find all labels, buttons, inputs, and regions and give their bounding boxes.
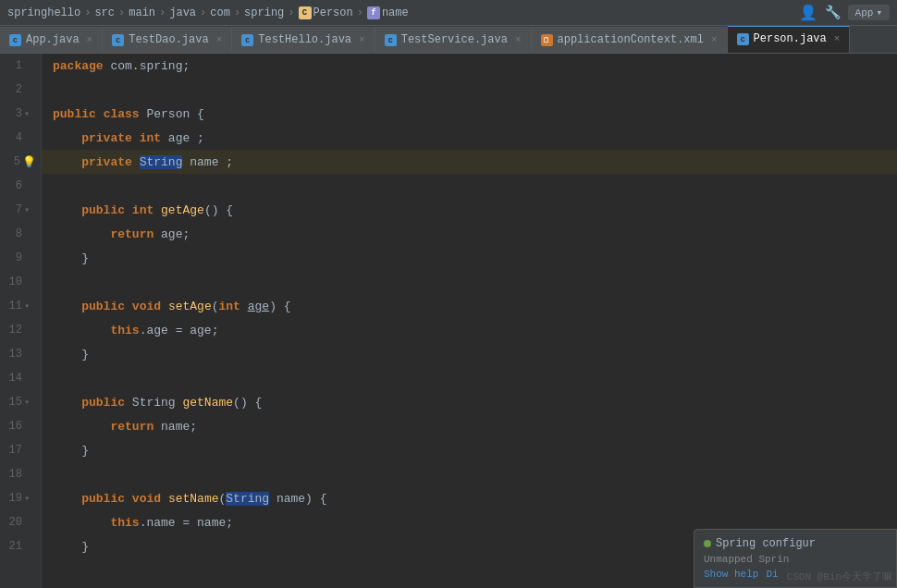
line-number-19: 19 xyxy=(0,492,22,505)
breadcrumb-src[interactable]: src xyxy=(94,6,115,19)
keyword-return-8: return xyxy=(110,227,154,241)
app-button[interactable]: App ▾ xyxy=(848,5,890,20)
keyword-public-19: public xyxy=(81,492,125,506)
keyword-int-11: int xyxy=(219,300,240,313)
dismiss-link[interactable]: Di xyxy=(766,569,778,580)
tab-testservice-close[interactable]: × xyxy=(515,34,522,45)
breadcrumb-field[interactable]: f name xyxy=(367,6,409,19)
tab-testhello-java[interactable]: C TestHello.java × xyxy=(232,27,375,53)
tab-testhello-close[interactable]: × xyxy=(359,34,365,45)
code-line-18 xyxy=(42,462,897,486)
tab-app-java-label: App.java xyxy=(26,33,80,46)
gutter-row-7: 7 ▾ xyxy=(0,198,41,222)
breadcrumb-src-label: src xyxy=(94,6,115,19)
code-line-3: public class Person { xyxy=(42,102,897,126)
breadcrumb: springhello › src › main › java › com › … xyxy=(7,6,799,19)
breadcrumb-main[interactable]: main xyxy=(129,6,155,19)
breadcrumb-java-label: java xyxy=(169,6,196,19)
fold-icon-3[interactable]: ▾ xyxy=(24,108,33,119)
line-number-3: 3 xyxy=(0,107,22,120)
code-line-17: } xyxy=(42,438,897,462)
user-icon[interactable]: 👤 xyxy=(799,4,817,22)
tab-testdao-close[interactable]: × xyxy=(216,34,223,45)
breadcrumb-spring[interactable]: spring xyxy=(244,6,284,19)
gutter-row-1: 1 xyxy=(0,54,41,78)
keyword-private-4: private xyxy=(81,131,132,145)
tab-testdao-java-label: TestDao.java xyxy=(129,33,208,46)
tab-person-java[interactable]: C Person.java × xyxy=(728,26,851,53)
fold-icon-15[interactable]: ▾ xyxy=(24,397,33,408)
line-number-18: 18 xyxy=(0,468,22,481)
line-number-11: 11 xyxy=(0,300,22,312)
gutter-row-8: 8 xyxy=(0,222,41,246)
tab-testservice-java[interactable]: C TestService.java × xyxy=(375,27,532,53)
tab-app-java-close[interactable]: × xyxy=(87,34,93,45)
tab-bar: C App.java × C TestDao.java × C TestHell… xyxy=(0,26,897,54)
class-name-person: Person xyxy=(146,107,190,121)
line-number-21: 21 xyxy=(0,540,22,553)
line-number-5: 5 xyxy=(0,155,20,168)
fold-icon-11[interactable]: ▾ xyxy=(24,300,33,312)
tab-app-java[interactable]: C App.java × xyxy=(0,27,103,53)
chevron-down-icon: ▾ xyxy=(876,6,882,18)
gutter-row-3: 3 ▾ xyxy=(0,102,41,126)
editor: 1 2 3 ▾ 4 5 💡 6 7 ▾ xyxy=(0,54,897,588)
gutter-row-2: 2 xyxy=(0,78,41,102)
gutter-row-6: 6 xyxy=(0,174,41,198)
breadcrumb-project[interactable]: springhello xyxy=(7,6,80,19)
tab-testhello-java-label: TestHello.java xyxy=(258,33,351,46)
gutter-row-5: 5 💡 xyxy=(0,150,41,174)
breadcrumb-sep: › xyxy=(84,6,91,19)
method-getage: getAge xyxy=(161,203,204,217)
code-line-12: this.age = age; xyxy=(42,318,897,342)
notification-title: Spring configur xyxy=(704,537,887,550)
tab-xml-icon: 🗒 xyxy=(541,34,553,46)
line-number-7: 7 xyxy=(0,203,22,216)
gutter-row-13: 13 xyxy=(0,342,41,366)
code-area[interactable]: package com.spring; public class Person … xyxy=(42,54,897,588)
keyword-public-11: public xyxy=(81,300,125,313)
tab-xml-close[interactable]: × xyxy=(711,34,718,45)
method-getname: getName xyxy=(182,396,233,410)
code-line-6 xyxy=(42,174,897,198)
keyword-public-7: public xyxy=(81,203,125,217)
tab-testservice-java-label: TestService.java xyxy=(401,33,508,46)
breadcrumb-class[interactable]: C Person xyxy=(299,6,353,19)
breadcrumb-java[interactable]: java xyxy=(169,6,196,19)
fold-icon-19[interactable]: ▾ xyxy=(24,493,33,504)
gutter-row-14: 14 xyxy=(0,366,41,390)
warn-icon-5[interactable]: 💡 xyxy=(22,155,33,169)
show-help-link[interactable]: Show help xyxy=(704,569,758,580)
fold-icon-7[interactable]: ▾ xyxy=(24,204,33,215)
line-number-16: 16 xyxy=(0,420,22,433)
package-name: com.spring xyxy=(110,59,182,73)
breadcrumb-com[interactable]: com xyxy=(210,6,230,19)
app-label: App xyxy=(855,7,874,18)
tab-testservice-icon: C xyxy=(385,34,397,46)
keyword-return-16: return xyxy=(110,420,154,434)
keyword-class: class xyxy=(104,107,140,121)
code-line-1: package com.spring; xyxy=(42,54,897,78)
class-icon: C xyxy=(299,6,312,19)
line-number-2: 2 xyxy=(0,83,22,96)
breadcrumb-main-label: main xyxy=(129,6,155,19)
line-number-15: 15 xyxy=(0,396,22,409)
code-line-16: return name; xyxy=(42,414,897,438)
line-number-9: 9 xyxy=(0,251,22,264)
keyword-int-4: int xyxy=(140,131,161,145)
tab-person-close[interactable]: × xyxy=(834,33,841,44)
breadcrumb-field-label: name xyxy=(382,6,409,19)
tab-testdao-java[interactable]: C TestDao.java × xyxy=(103,27,232,53)
tab-testhello-icon: C xyxy=(241,34,253,46)
tab-applicationcontext-xml[interactable]: 🗒 applicationContext.xml × xyxy=(532,27,728,53)
settings-icon[interactable]: 🔧 xyxy=(825,5,841,20)
keyword-public-3: public xyxy=(53,107,96,121)
code-line-10 xyxy=(42,270,897,294)
type-string-19: String xyxy=(226,492,269,506)
watermark-text: CSDN @Bin今天学了嘛 xyxy=(787,571,892,582)
notification-subtitle: Unmapped Sprin xyxy=(704,554,887,565)
code-line-5: private String name ; xyxy=(42,150,897,174)
gutter-row-12: 12 xyxy=(0,318,41,342)
keyword-void-19: void xyxy=(132,492,161,506)
gutter-row-10: 10 xyxy=(0,270,41,294)
